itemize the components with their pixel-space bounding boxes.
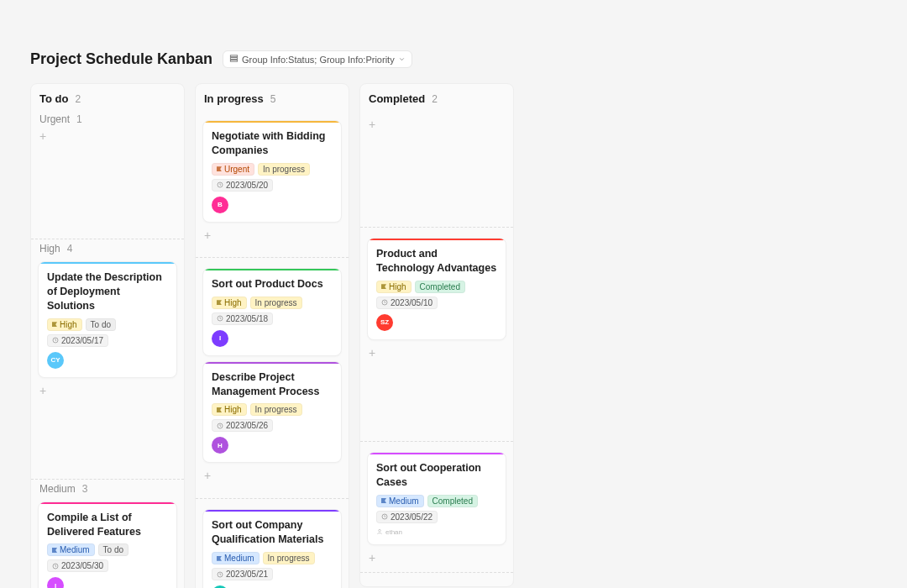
group-by-label: Group Info:Status; Group Info:Priority [242,55,395,65]
date-tag: 2023/05/21 [212,568,273,580]
clock-icon [217,315,223,322]
group-icon [229,54,239,65]
column-count: 2 [75,93,81,105]
avatar: B [212,197,228,213]
priority-header-urgent [196,110,349,117]
card[interactable]: Sort out Product Docs High In progress 2… [202,268,342,356]
columns-row: To do 2 Urgent 1 + High 4 Update the Des… [30,83,877,588]
svg-rect-1 [230,58,237,60]
card[interactable]: Sort out Cooperation Cases Medium Comple… [367,452,506,545]
priority-header-high: High 4 [31,239,184,258]
status-tag: Completed [415,281,465,293]
avatar: SZ [376,314,393,331]
status-tag: In progress [250,403,302,416]
card-title: Sort out Company Qualification Materials [212,518,333,547]
svg-rect-0 [230,55,237,57]
card-title: Sort out Product Docs [212,277,333,291]
priority-header-high [196,257,349,265]
priority-header-medium: Medium 3 [31,479,184,498]
status-tag: To do [98,543,128,556]
add-card-button[interactable]: + [196,468,349,486]
add-card-button[interactable]: + [31,383,184,402]
svg-point-11 [379,529,381,532]
priority-header-urgent [360,110,513,117]
add-card-button[interactable]: + [360,345,513,364]
column-inprogress: In progress 5 Negotiate with Bidding Com… [195,83,349,588]
column-title: To do [39,92,68,105]
card[interactable]: Sort out Company Qualification Materials… [202,509,342,588]
column-header: To do 2 [31,84,184,110]
board-title: Project Schedule Kanban [30,50,212,68]
column-header: In progress 5 [196,84,349,110]
priority-header-medium [196,498,349,506]
card[interactable]: Describe Project Management Process High… [202,361,342,464]
priority-header-medium [360,441,513,449]
status-tag: In progress [263,552,315,564]
date-tag: 2023/05/10 [376,297,438,309]
clock-icon [217,423,223,429]
card-title: Compile a List of Delivered Features [47,511,168,539]
card-title: Negotiate with Bidding Companies [212,129,333,158]
card-title: Sort out Cooperation Cases [376,461,497,490]
clock-icon [217,181,223,188]
column-count: 5 [270,93,276,105]
clock-icon [381,299,388,306]
clock-icon [381,513,388,520]
priority-tag: Urgent [212,163,254,176]
status-tag: In progress [258,163,310,176]
priority-tag: High [376,281,412,293]
card[interactable]: Update the Description of Deployment Sol… [38,261,177,378]
add-card-button[interactable]: + [360,550,513,569]
priority-tag: Medium [212,552,260,564]
priority-tag: Medium [376,495,424,507]
card-title: Describe Project Management Process [212,370,333,399]
status-tag: Completed [427,495,478,507]
priority-tag: High [212,403,247,416]
priority-tag: Medium [47,543,95,556]
chevron-down-icon [398,55,406,65]
avatar: CY [47,352,64,369]
column-title: In progress [204,92,264,105]
date-tag: 2023/05/18 [212,312,273,325]
column-completed: Completed 2 + Product and Technology Adv… [359,83,514,587]
date-tag: 2023/05/26 [212,419,273,432]
priority-tag: High [212,297,247,309]
card[interactable]: Negotiate with Bidding Companies Urgent … [202,120,342,223]
status-tag: To do [86,318,116,331]
priority-tag: High [47,318,82,331]
priority-header-urgent: Urgent 1 [31,110,184,129]
add-card-button[interactable]: + [196,228,349,246]
user-icon [376,528,383,535]
avatar: I [47,577,64,588]
clock-icon [52,563,59,570]
clock-icon [217,571,223,578]
status-tag: In progress [250,297,302,309]
priority-header-high [360,227,513,234]
board-header: Project Schedule Kanban Group Info:Statu… [30,50,877,68]
card[interactable]: Compile a List of Delivered Features Med… [38,501,177,588]
group-by-button[interactable]: Group Info:Status; Group Info:Priority [223,50,412,68]
avatar: H [212,437,228,454]
add-card-button[interactable]: + [31,129,184,147]
date-tag: 2023/05/22 [376,511,438,523]
date-tag: 2023/05/20 [212,179,273,192]
date-tag: 2023/05/17 [47,334,108,347]
board: Project Schedule Kanban Group Info:Statu… [0,0,907,588]
svg-rect-2 [230,60,237,61]
column-header: Completed 2 [360,84,513,110]
creator-label: ethan [376,528,497,536]
clock-icon [52,337,59,344]
column-todo: To do 2 Urgent 1 + High 4 Update the Des… [30,83,185,588]
add-card-button[interactable]: + [360,117,513,135]
column-count: 2 [432,93,438,105]
avatar: I [212,330,228,347]
column-title: Completed [369,92,425,105]
card[interactable]: Product and Technology Advantages High C… [367,238,506,340]
card-title: Product and Technology Advantages [376,247,497,276]
date-tag: 2023/05/30 [47,559,108,572]
card-title: Update the Description of Deployment Sol… [47,270,168,313]
priority-header-low [360,572,513,580]
